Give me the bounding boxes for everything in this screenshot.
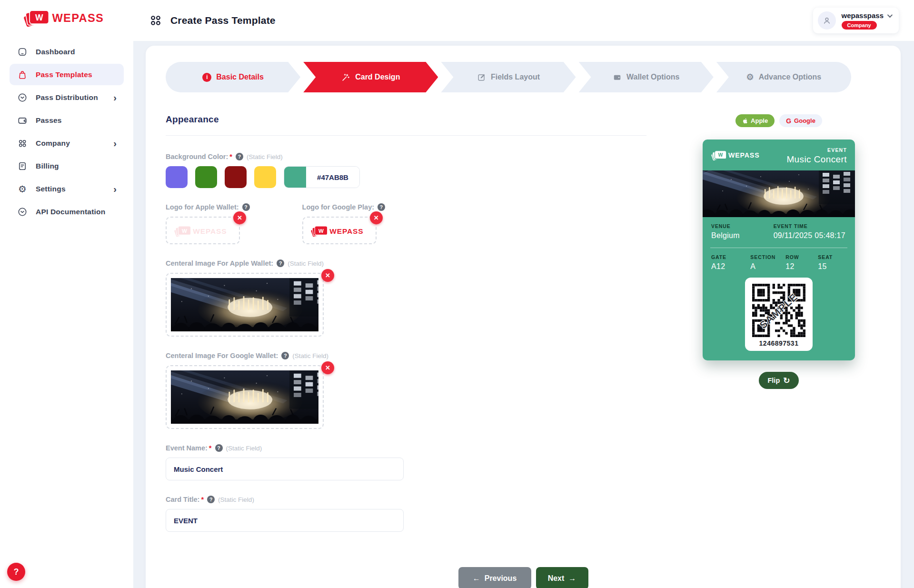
help-button[interactable]: ? bbox=[7, 563, 25, 581]
sidebar-item-pass-distribution[interactable]: Pass Distribution › bbox=[10, 87, 124, 108]
pass-card: EVENT Music Concert VENUE Belgium bbox=[703, 140, 855, 360]
gate-field: GATE A12 bbox=[711, 254, 750, 271]
flip-button[interactable]: Flip ↻ bbox=[759, 372, 798, 389]
event-time-label: EVENT TIME bbox=[774, 223, 845, 229]
field-label: Centeral Image For Google Wallet: bbox=[166, 352, 278, 359]
previous-button[interactable]: ← Previous bbox=[458, 567, 531, 588]
field-label: Centeral Image For Apple Wallet: bbox=[166, 259, 273, 267]
help-icon[interactable]: ? bbox=[277, 259, 284, 267]
wepass-logo bbox=[23, 8, 111, 27]
google-toggle-button[interactable]: G Google bbox=[779, 114, 822, 127]
sidebar-item-company[interactable]: Company › bbox=[10, 132, 124, 154]
seat-label: SEAT bbox=[818, 254, 833, 260]
field-label: Logo for Apple Wallet: bbox=[166, 203, 239, 211]
help-icon[interactable]: ? bbox=[378, 203, 385, 211]
field-hint: (Static Field) bbox=[218, 496, 254, 503]
color-swatch[interactable] bbox=[166, 166, 188, 188]
qr-code-box: SAMPLE 1246897531 bbox=[745, 278, 813, 351]
step-fields-layout[interactable]: Fields Layout bbox=[441, 62, 576, 92]
required-asterisk: * bbox=[201, 496, 204, 503]
central-image-apple-field: Centeral Image For Apple Wallet: ? (Stat… bbox=[166, 259, 646, 337]
grid-icon bbox=[149, 14, 162, 27]
sidebar-item-passes[interactable]: Passes bbox=[10, 110, 124, 131]
wepass-logo-white bbox=[711, 149, 764, 160]
field-label: Background Color: bbox=[166, 153, 228, 160]
info-icon: i bbox=[202, 73, 211, 82]
main-area: Create Pass Template wepasspass Company bbox=[133, 0, 914, 588]
step-basic-details[interactable]: i Basic Details bbox=[166, 62, 300, 92]
seat-field: SEAT 15 bbox=[818, 254, 833, 271]
grid-icon bbox=[17, 138, 28, 149]
central-image-google-field: Centeral Image For Google Wallet: ? (Sta… bbox=[166, 352, 646, 429]
stepper: i Basic Details Card Design Fields Layou… bbox=[166, 62, 851, 92]
help-icon[interactable]: ? bbox=[207, 496, 215, 503]
sidebar-item-billing[interactable]: Billing bbox=[10, 155, 124, 177]
remove-google-logo-button[interactable]: ✕ bbox=[370, 211, 383, 224]
remove-apple-logo-button[interactable]: ✕ bbox=[233, 211, 246, 224]
step-card-design[interactable]: Card Design bbox=[303, 62, 438, 92]
apple-logo-upload[interactable]: ✕ bbox=[166, 217, 240, 244]
previous-label: Previous bbox=[485, 574, 517, 583]
required-asterisk: * bbox=[229, 153, 232, 160]
app-shell: Dashboard Pass Templates Pass Distributi… bbox=[0, 0, 914, 588]
wallet-icon bbox=[613, 73, 622, 82]
color-swatch[interactable] bbox=[225, 166, 247, 188]
user-name: wepasspass bbox=[842, 11, 884, 20]
wizard-navigation: ← Previous Next → bbox=[166, 567, 881, 588]
sidebar-item-pass-templates[interactable]: Pass Templates bbox=[10, 64, 124, 85]
sidebar-item-dashboard[interactable]: Dashboard bbox=[10, 41, 124, 62]
hex-color-input[interactable] bbox=[306, 167, 359, 188]
qr-serial-number: 1246897531 bbox=[759, 339, 799, 347]
sidebar-item-label: API Documentation bbox=[36, 208, 105, 216]
help-icon[interactable]: ? bbox=[242, 203, 250, 211]
dashboard-icon bbox=[17, 46, 28, 58]
pass-card-title: EVENT bbox=[786, 147, 847, 153]
avatar bbox=[818, 11, 836, 30]
gear-icon: ⚙ bbox=[17, 183, 28, 195]
help-icon[interactable]: ? bbox=[215, 444, 223, 452]
step-label: Fields Layout bbox=[491, 73, 540, 81]
step-label: Card Design bbox=[355, 73, 400, 81]
appearance-form: Appearance Background Color:* ? (Static … bbox=[166, 114, 646, 547]
remove-google-central-image-button[interactable]: ✕ bbox=[321, 361, 334, 374]
step-advance-options[interactable]: ⚙ Advance Options bbox=[716, 62, 851, 92]
sidebar-item-api-documentation[interactable]: API Documentation bbox=[10, 201, 124, 222]
divider bbox=[166, 135, 646, 136]
pass-event-name: Music Concert bbox=[786, 154, 847, 165]
sidebar-item-label: Pass Distribution bbox=[36, 93, 98, 102]
color-swatch[interactable] bbox=[195, 166, 217, 188]
section-title: Appearance bbox=[166, 114, 646, 125]
chevron-down-icon bbox=[887, 12, 893, 17]
chevron-right-icon: › bbox=[113, 184, 117, 194]
field-hint: (Static Field) bbox=[288, 260, 324, 267]
gate-value: A12 bbox=[711, 262, 750, 271]
google-logo-upload[interactable]: ✕ bbox=[302, 217, 377, 244]
chevron-right-icon: › bbox=[113, 139, 117, 148]
google-central-image-upload[interactable]: ✕ bbox=[166, 365, 324, 429]
step-label: Wallet Options bbox=[626, 73, 679, 81]
color-swatch-selected[interactable] bbox=[284, 167, 306, 188]
user-menu[interactable]: wepasspass Company bbox=[813, 8, 899, 33]
seat-value: 15 bbox=[818, 262, 833, 271]
google-g-icon: G bbox=[786, 117, 791, 125]
apple-central-image-upload[interactable]: ✕ bbox=[166, 273, 324, 337]
step-wallet-options[interactable]: Wallet Options bbox=[579, 62, 714, 92]
flip-icon: ↻ bbox=[783, 377, 790, 385]
help-icon[interactable]: ? bbox=[236, 153, 243, 160]
color-swatch[interactable] bbox=[254, 166, 276, 188]
help-icon[interactable]: ? bbox=[281, 352, 289, 359]
gate-label: GATE bbox=[711, 254, 750, 260]
arrow-left-icon: ← bbox=[473, 574, 480, 583]
next-button[interactable]: Next → bbox=[536, 567, 588, 588]
apple-toggle-button[interactable]: Apple bbox=[735, 114, 775, 127]
event-time-value: 09/11/2025 05:48:17 bbox=[774, 231, 845, 240]
logo-google-field: Logo for Google Play: ? ✕ bbox=[302, 203, 385, 244]
event-name-field: Event Name:* ? (Static Field) bbox=[166, 444, 646, 480]
sidebar-item-settings[interactable]: ⚙ Settings › bbox=[10, 178, 124, 199]
card-title-field: Card Title:* ? (Static Field) bbox=[166, 496, 646, 532]
venue-field: VENUE Belgium bbox=[711, 223, 774, 240]
remove-apple-central-image-button[interactable]: ✕ bbox=[321, 269, 334, 282]
event-name-input[interactable] bbox=[166, 458, 404, 480]
venue-label: VENUE bbox=[711, 223, 774, 229]
card-title-input[interactable] bbox=[166, 509, 404, 532]
